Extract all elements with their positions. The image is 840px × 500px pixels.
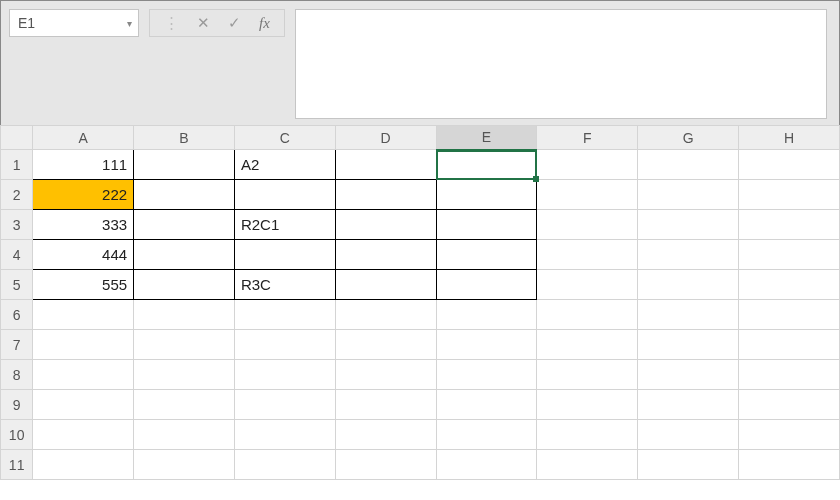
enter-icon[interactable]: ✓ [228, 14, 241, 32]
row-header-11[interactable]: 11 [1, 450, 33, 480]
cell-c8[interactable] [234, 360, 335, 390]
cell-d4[interactable] [335, 240, 436, 270]
cell-e8[interactable] [436, 360, 537, 390]
cell-d6[interactable] [335, 300, 436, 330]
cell-d9[interactable] [335, 390, 436, 420]
cell-e1[interactable] [436, 150, 537, 180]
cell-c9[interactable] [234, 390, 335, 420]
cell-c1[interactable]: A2 [234, 150, 335, 180]
cell-h2[interactable] [739, 180, 840, 210]
cell-a11[interactable] [33, 450, 134, 480]
cell-e5[interactable] [436, 270, 537, 300]
cell-f6[interactable] [537, 300, 638, 330]
cell-f9[interactable] [537, 390, 638, 420]
cell-f4[interactable] [537, 240, 638, 270]
fx-icon[interactable]: fx [259, 15, 270, 32]
cell-a10[interactable] [33, 420, 134, 450]
cell-g7[interactable] [638, 330, 739, 360]
row-header-2[interactable]: 2 [1, 180, 33, 210]
cell-c3[interactable]: R2C1 [234, 210, 335, 240]
row-header-5[interactable]: 5 [1, 270, 33, 300]
cell-e2[interactable] [436, 180, 537, 210]
column-header-h[interactable]: H [739, 126, 840, 150]
cell-c7[interactable] [234, 330, 335, 360]
cell-d10[interactable] [335, 420, 436, 450]
row-header-9[interactable]: 9 [1, 390, 33, 420]
cell-h8[interactable] [739, 360, 840, 390]
cell-b6[interactable] [134, 300, 235, 330]
cell-g6[interactable] [638, 300, 739, 330]
row-header-3[interactable]: 3 [1, 210, 33, 240]
spreadsheet-grid[interactable]: ABCDEFGH 1111A222223333R2C144445555R3C67… [0, 125, 840, 500]
row-header-6[interactable]: 6 [1, 300, 33, 330]
cell-b5[interactable] [134, 270, 235, 300]
cell-f5[interactable] [537, 270, 638, 300]
cell-a9[interactable] [33, 390, 134, 420]
column-header-d[interactable]: D [335, 126, 436, 150]
cell-h1[interactable] [739, 150, 840, 180]
select-all-corner[interactable] [1, 126, 33, 150]
cell-h4[interactable] [739, 240, 840, 270]
cell-g10[interactable] [638, 420, 739, 450]
cell-f8[interactable] [537, 360, 638, 390]
cell-e4[interactable] [436, 240, 537, 270]
cell-b2[interactable] [134, 180, 235, 210]
cell-h7[interactable] [739, 330, 840, 360]
column-header-g[interactable]: G [638, 126, 739, 150]
chevron-down-icon[interactable]: ▾ [127, 18, 132, 29]
cell-e7[interactable] [436, 330, 537, 360]
cell-g1[interactable] [638, 150, 739, 180]
column-header-a[interactable]: A [33, 126, 134, 150]
cell-c2[interactable] [234, 180, 335, 210]
cell-f3[interactable] [537, 210, 638, 240]
cell-a2[interactable]: 222 [33, 180, 134, 210]
cell-b9[interactable] [134, 390, 235, 420]
row-header-10[interactable]: 10 [1, 420, 33, 450]
grid-table[interactable]: ABCDEFGH 1111A222223333R2C144445555R3C67… [0, 125, 840, 480]
cell-f11[interactable] [537, 450, 638, 480]
cell-a6[interactable] [33, 300, 134, 330]
cell-b10[interactable] [134, 420, 235, 450]
cell-h11[interactable] [739, 450, 840, 480]
cancel-icon[interactable]: ✕ [197, 14, 210, 32]
cell-d1[interactable] [335, 150, 436, 180]
cell-f10[interactable] [537, 420, 638, 450]
cell-a3[interactable]: 333 [33, 210, 134, 240]
cell-f7[interactable] [537, 330, 638, 360]
cell-e6[interactable] [436, 300, 537, 330]
cell-g3[interactable] [638, 210, 739, 240]
cell-a8[interactable] [33, 360, 134, 390]
cell-d8[interactable] [335, 360, 436, 390]
cell-b8[interactable] [134, 360, 235, 390]
column-header-b[interactable]: B [134, 126, 235, 150]
cell-d5[interactable] [335, 270, 436, 300]
cell-b11[interactable] [134, 450, 235, 480]
cell-e10[interactable] [436, 420, 537, 450]
cell-c4[interactable] [234, 240, 335, 270]
cell-e3[interactable] [436, 210, 537, 240]
row-header-7[interactable]: 7 [1, 330, 33, 360]
cell-b1[interactable] [134, 150, 235, 180]
cell-b7[interactable] [134, 330, 235, 360]
cell-a4[interactable]: 444 [33, 240, 134, 270]
cell-c6[interactable] [234, 300, 335, 330]
row-header-4[interactable]: 4 [1, 240, 33, 270]
cell-h10[interactable] [739, 420, 840, 450]
column-header-f[interactable]: F [537, 126, 638, 150]
cell-d2[interactable] [335, 180, 436, 210]
cell-f2[interactable] [537, 180, 638, 210]
cell-h3[interactable] [739, 210, 840, 240]
cell-e9[interactable] [436, 390, 537, 420]
column-header-c[interactable]: C [234, 126, 335, 150]
cell-c10[interactable] [234, 420, 335, 450]
cell-d7[interactable] [335, 330, 436, 360]
cell-e11[interactable] [436, 450, 537, 480]
cell-b3[interactable] [134, 210, 235, 240]
row-header-8[interactable]: 8 [1, 360, 33, 390]
cell-a1[interactable]: 111 [33, 150, 134, 180]
cell-c11[interactable] [234, 450, 335, 480]
name-box[interactable]: E1 ▾ [9, 9, 139, 37]
cell-b4[interactable] [134, 240, 235, 270]
column-header-e[interactable]: E [436, 126, 537, 150]
cell-g8[interactable] [638, 360, 739, 390]
